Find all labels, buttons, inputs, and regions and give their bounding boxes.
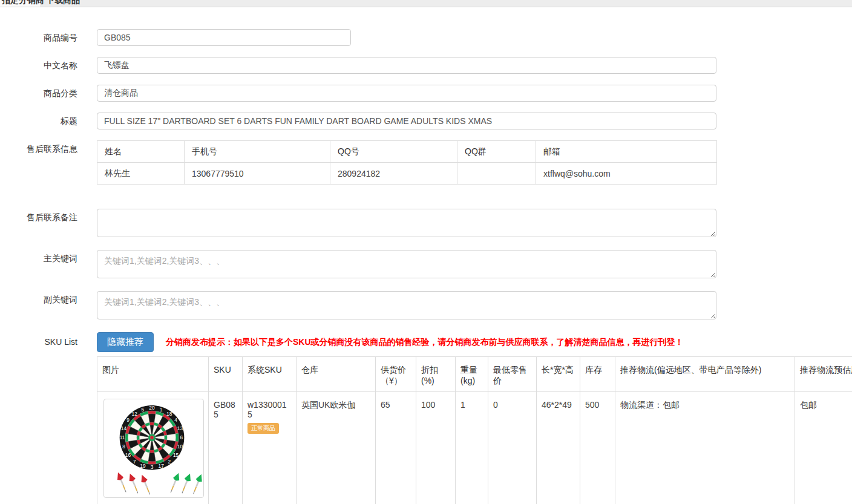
sku-header-system-sku: 系统SKU <box>243 357 297 392</box>
sku-header-logistics-estimate: 推荐物流预估尾 <box>795 357 852 392</box>
discount-value: 100 <box>416 392 456 504</box>
product-code-row: 商品编号 <box>97 29 716 46</box>
distributor-publish-notice: 分销商发布提示：如果以下是多个SKU或分销商没有该商品的销售经验，请分销商发布前… <box>166 337 684 348</box>
status-badge: 正常商品 <box>247 423 279 434</box>
sku-image-cell: 2011841361015217319716811149125 <box>97 392 209 504</box>
logistics-estimate-value: 包邮 <box>795 392 852 504</box>
contact-header-qq-group: QQ群 <box>457 141 536 163</box>
sku-list-row: SKU List 隐藏推荐 分销商发布提示：如果以下是多个SKU或分销商没有该商… <box>97 332 852 504</box>
svg-text:3: 3 <box>151 464 154 470</box>
product-code-input[interactable] <box>97 29 351 46</box>
sku-header-logistics: 推荐物流(偏远地区、带电产品等除外) <box>615 357 795 392</box>
svg-text:10: 10 <box>177 443 183 450</box>
sku-header-warehouse: 仓库 <box>297 357 376 392</box>
svg-text:14: 14 <box>121 425 127 431</box>
svg-text:7: 7 <box>133 459 136 465</box>
sub-keywords-row: 副关键词 <box>97 291 716 321</box>
after-sale-remark-label: 售后联系备注 <box>0 209 77 226</box>
contact-qq-value: 280924182 <box>330 163 457 185</box>
hide-recommend-button[interactable]: 隐藏推荐 <box>97 332 154 352</box>
min-retail-value: 0 <box>488 392 537 504</box>
main-keywords-textarea[interactable] <box>97 250 716 278</box>
dimensions-value: 46*2*49 <box>537 392 580 504</box>
tab-assign-distributor[interactable]: 指定分销商 <box>2 0 44 6</box>
contact-header-row: 姓名 手机号 QQ号 QQ群 邮箱 <box>97 141 717 163</box>
after-sale-remark-row: 售后联系备注 <box>97 209 716 239</box>
svg-text:18: 18 <box>166 411 172 417</box>
contact-header-email: 邮箱 <box>536 141 717 163</box>
svg-text:8: 8 <box>122 443 125 450</box>
sub-keywords-textarea[interactable] <box>97 291 716 319</box>
chinese-name-row: 中文名称 <box>97 57 716 74</box>
after-sale-contact-row: 售后联系信息 姓名 手机号 QQ号 QQ群 邮箱 林先生 13067779510… <box>97 140 716 185</box>
sku-header-image: 图片 <box>97 357 209 392</box>
sku-list-label: SKU List <box>0 332 77 352</box>
title-row: 标题 <box>97 113 716 129</box>
after-sale-contact-label: 售后联系信息 <box>0 140 77 157</box>
dartboard-image: 2011841361015217319716811149125 <box>104 399 203 497</box>
after-sale-remark-textarea[interactable] <box>97 209 716 237</box>
system-sku-cell: w13300015 正常商品 <box>243 392 297 504</box>
stock-value: 500 <box>580 392 615 504</box>
svg-text:12: 12 <box>132 411 138 417</box>
sku-header-dimensions: 长*宽*高 <box>537 357 580 392</box>
svg-text:1: 1 <box>160 407 163 413</box>
contact-email-value: xtflwq@sohu.com <box>536 163 717 185</box>
contact-header-qq: QQ号 <box>330 141 457 163</box>
svg-text:9: 9 <box>126 417 129 423</box>
title-label: 标题 <box>0 113 77 129</box>
weight-value: 1 <box>456 392 488 504</box>
contact-phone-value: 13067779510 <box>185 163 330 185</box>
svg-text:16: 16 <box>125 452 131 458</box>
top-tab-bar: 指定分销商 下载商品 <box>0 0 852 7</box>
product-image: 2011841361015217319716811149125 <box>103 399 204 498</box>
system-sku-value: w13300015 <box>247 400 291 419</box>
product-code-label: 商品编号 <box>0 29 77 46</box>
sku-value: GB085 <box>209 392 243 504</box>
sku-header-stock: 库存 <box>580 357 615 392</box>
svg-text:13: 13 <box>177 425 183 431</box>
sku-header-sku: SKU <box>209 357 243 392</box>
recommended-logistics-value: 物流渠道：包邮 <box>615 392 795 504</box>
sku-header-min-retail: 最低零售价 <box>488 357 537 392</box>
category-row: 商品分类 <box>97 85 716 102</box>
sku-header-weight: 重量(kg) <box>456 357 488 392</box>
sku-table: 图片 SKU 系统SKU 仓库 供货价（¥） 折扣(%) 重量(kg) 最低零售… <box>97 356 852 504</box>
category-input[interactable] <box>97 85 716 102</box>
supply-price-value: 65 <box>376 392 416 504</box>
svg-text:11: 11 <box>120 434 125 440</box>
sku-header-supply-price: 供货价（¥） <box>376 357 416 392</box>
main-keywords-row: 主关键词 <box>97 250 716 280</box>
after-sale-contact-table: 姓名 手机号 QQ号 QQ群 邮箱 林先生 13067779510 280924… <box>97 140 717 185</box>
contact-name-value: 林先生 <box>97 163 185 185</box>
chinese-name-input[interactable] <box>97 57 716 74</box>
contact-header-name: 姓名 <box>97 141 185 163</box>
sku-header-discount: 折扣(%) <box>416 357 456 392</box>
svg-text:4: 4 <box>174 417 177 423</box>
svg-text:5: 5 <box>142 407 145 413</box>
tab-download-product[interactable]: 下载商品 <box>46 0 80 6</box>
title-input[interactable] <box>97 113 716 129</box>
warehouse-value: 英国UK欧米伽 <box>297 392 376 504</box>
svg-text:19: 19 <box>140 463 146 469</box>
contact-qq-group-value <box>457 163 536 185</box>
category-label: 商品分类 <box>0 85 77 102</box>
svg-text:2: 2 <box>168 459 171 465</box>
sku-data-row: 2011841361015217319716811149125 GB085 w1… <box>97 392 852 504</box>
sku-header-row: 图片 SKU 系统SKU 仓库 供货价（¥） 折扣(%) 重量(kg) 最低零售… <box>97 357 852 392</box>
svg-text:17: 17 <box>158 463 164 469</box>
contact-header-phone: 手机号 <box>185 141 330 163</box>
chinese-name-label: 中文名称 <box>0 57 77 74</box>
sub-keywords-label: 副关键词 <box>0 291 77 308</box>
svg-text:20: 20 <box>149 405 155 411</box>
svg-text:15: 15 <box>173 452 179 458</box>
main-keywords-label: 主关键词 <box>0 250 77 267</box>
contact-data-row: 林先生 13067779510 280924182 xtflwq@sohu.co… <box>97 163 717 185</box>
product-detail-form: 商品编号 中文名称 商品分类 标题 售后联系信息 姓名 手机号 QQ号 QQ群 <box>0 7 852 504</box>
svg-text:6: 6 <box>180 434 183 440</box>
